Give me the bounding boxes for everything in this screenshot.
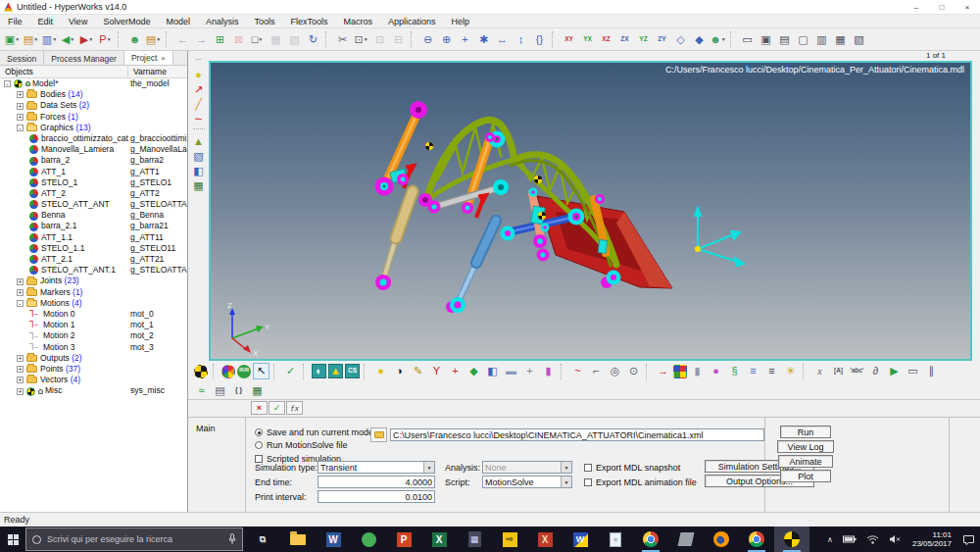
- chevron-down-icon[interactable]: ▼: [561, 477, 571, 487]
- view-log-button[interactable]: View Log: [777, 440, 834, 453]
- print-interval-field[interactable]: 0.0100: [318, 490, 435, 503]
- capture-video-adv-button[interactable]: ▦: [832, 31, 849, 48]
- maximize-button[interactable]: □: [929, 0, 955, 15]
- tree-item-misc[interactable]: +Miscsys_misc: [0, 385, 187, 396]
- sphere-entity-button[interactable]: ●: [708, 363, 724, 379]
- actuator-entity-button[interactable]: ⌐: [588, 363, 605, 379]
- tree-item-graphics[interactable]: -Graphics (13): [0, 123, 187, 133]
- new-session-button[interactable]: ▣▼: [4, 31, 21, 48]
- markers-panel-button[interactable]: ▲: [328, 364, 343, 378]
- messaging-app-button[interactable]: [351, 527, 386, 552]
- menu-item-solvermode[interactable]: SolverMode: [95, 17, 158, 26]
- tab-close-icon[interactable]: ×: [161, 54, 166, 63]
- menu-item-edit[interactable]: Edit: [30, 17, 62, 26]
- capture-stop-button[interactable]: ▧: [851, 31, 867, 48]
- menu-item-help[interactable]: Help: [444, 17, 478, 26]
- labview-button[interactable]: ⇨: [492, 527, 527, 552]
- arrows-vertical-button[interactable]: ↕: [513, 31, 529, 48]
- menu-item-file[interactable]: File: [0, 17, 30, 26]
- file-explorer-button[interactable]: [280, 527, 316, 552]
- vector-tool[interactable]: ↗: [191, 82, 207, 97]
- wifi-icon[interactable]: [861, 527, 884, 552]
- export-snapshot-checkbox[interactable]: Export MDL snapshot: [584, 463, 680, 473]
- tree-item-att-2-1[interactable]: ATT_2.1g_ATT21: [0, 254, 187, 265]
- surface-entity-button[interactable]: ▬: [503, 363, 519, 379]
- color-wheel-button[interactable]: [221, 365, 235, 378]
- start-button[interactable]: [0, 527, 25, 552]
- end-time-field[interactable]: 4.0000: [318, 476, 435, 488]
- solver-variable-button[interactable]: x: [811, 363, 828, 379]
- word-button[interactable]: W: [316, 527, 351, 552]
- bodies-panel-button[interactable]: ◐: [312, 364, 326, 378]
- view-yx-button[interactable]: YX: [579, 31, 596, 48]
- tree-item-stelo-1-1[interactable]: STELO_1.1g_STELO11: [0, 243, 187, 254]
- spreadsheet-button[interactable]: ▦: [249, 382, 266, 399]
- line-tool[interactable]: ╱: [191, 97, 207, 112]
- pan-button[interactable]: ✱: [475, 31, 492, 48]
- tree-item-model-[interactable]: -Model*the_model: [0, 78, 187, 89]
- hyperworks-taskbar-button[interactable]: [774, 527, 809, 552]
- gray-app-button[interactable]: [668, 527, 704, 552]
- action-center-icon[interactable]: [957, 527, 980, 552]
- solver-string-button[interactable]: 'abc': [849, 363, 865, 379]
- curve-tool[interactable]: ∼: [191, 112, 207, 126]
- deformable-body-tool[interactable]: ▧: [191, 149, 207, 164]
- user-view-button[interactable]: ☻▼: [710, 31, 726, 48]
- plane-tool[interactable]: ▲: [191, 134, 207, 149]
- axes-entity-button[interactable]: +: [447, 363, 464, 379]
- apply-check-button[interactable]: ✓: [282, 363, 299, 379]
- tree-item-motion-2[interactable]: Motion 2mot_2: [0, 330, 187, 341]
- tree-item-stelo-1[interactable]: STELO_1g_STELO1: [0, 177, 187, 188]
- user-profile-button[interactable]: ☻: [126, 31, 143, 48]
- panel-tab-main[interactable]: Main: [196, 424, 216, 433]
- export-ppt-button[interactable]: P▼: [97, 31, 114, 48]
- tab-session[interactable]: Session: [0, 51, 44, 65]
- view-zx-button[interactable]: ZX: [616, 31, 633, 48]
- tree-item-att-1[interactable]: ATT_1g_ATT1: [0, 167, 187, 177]
- tree-item-stelo-att-ant[interactable]: STELO_ATT_ANTg_STELOATTAN: [0, 199, 187, 210]
- tree-item-braccio-ottimizzato-cat[interactable]: braccio_ottimizzato_catg_braccioottimizz: [0, 133, 187, 144]
- arrows-horizontal-button[interactable]: ↔: [494, 31, 511, 48]
- notepad-button[interactable]: ≡: [598, 527, 633, 552]
- tab-process-manager[interactable]: Process Manager: [44, 51, 124, 65]
- dial-entity-button[interactable]: ⊙: [625, 363, 642, 379]
- open-model-button[interactable]: ▤▼: [145, 31, 162, 48]
- taskbar-search[interactable]: Scrivi qui per eseguire la ricerca: [25, 527, 243, 551]
- firefox-button[interactable]: [704, 527, 739, 552]
- tree-expander[interactable]: +: [17, 289, 24, 296]
- tree-expander[interactable]: +: [17, 278, 24, 285]
- curves-button[interactable]: ≈: [193, 382, 210, 399]
- tree-expander[interactable]: +: [17, 114, 24, 121]
- rotor-entity-button[interactable]: ◎: [607, 363, 623, 379]
- menu-item-flextools[interactable]: FlexTools: [282, 17, 335, 26]
- chrome-button[interactable]: [633, 527, 668, 552]
- tree-item-att-2[interactable]: ATT_2g_ATT2: [0, 188, 187, 199]
- tree-expander[interactable]: +: [17, 366, 24, 373]
- microphone-icon[interactable]: [228, 533, 236, 545]
- io-window-button[interactable]: ▭: [905, 363, 921, 379]
- panel-apply-button[interactable]: ✓: [269, 401, 285, 415]
- tree-item-markers[interactable]: +Markers (1): [0, 287, 187, 298]
- solver-file-field[interactable]: C:\Users\Francesco lucci\Desktop\CINEMAT…: [390, 428, 764, 441]
- red-app-button[interactable]: X: [527, 527, 563, 552]
- tree-expander[interactable]: -: [17, 300, 24, 307]
- tree-item-forces[interactable]: +Forces (1): [0, 112, 187, 123]
- powerpoint-button[interactable]: P: [386, 527, 421, 552]
- view-plane-button[interactable]: ◆: [691, 31, 708, 48]
- chevron-down-icon[interactable]: ▼: [423, 462, 434, 473]
- triad-entity-button[interactable]: Y: [428, 363, 445, 379]
- add-page-button[interactable]: ⊞: [212, 31, 228, 48]
- copy-button[interactable]: ⊡▼: [353, 31, 369, 48]
- hyperworks-logo-button[interactable]: ▼: [194, 365, 208, 378]
- model-canvas[interactable]: Z Y X: [211, 63, 970, 359]
- dynamic-zoom-button[interactable]: ⊕: [438, 31, 455, 48]
- tree-item-bodies[interactable]: +Bodies (14): [0, 89, 187, 100]
- task-view-button[interactable]: ⧉: [245, 527, 280, 552]
- translate-button[interactable]: +: [457, 31, 473, 48]
- view-zy-button[interactable]: ZY: [654, 31, 670, 48]
- 3d-viewport[interactable]: C:/Users/Francesco lucci/Desktop/Cinemat…: [209, 61, 972, 361]
- graphic-entity-button[interactable]: ▮: [540, 363, 557, 379]
- tree-expander[interactable]: +: [17, 376, 24, 383]
- menu-item-tools[interactable]: Tools: [246, 17, 282, 26]
- menu-item-analysis[interactable]: Analysis: [198, 17, 247, 26]
